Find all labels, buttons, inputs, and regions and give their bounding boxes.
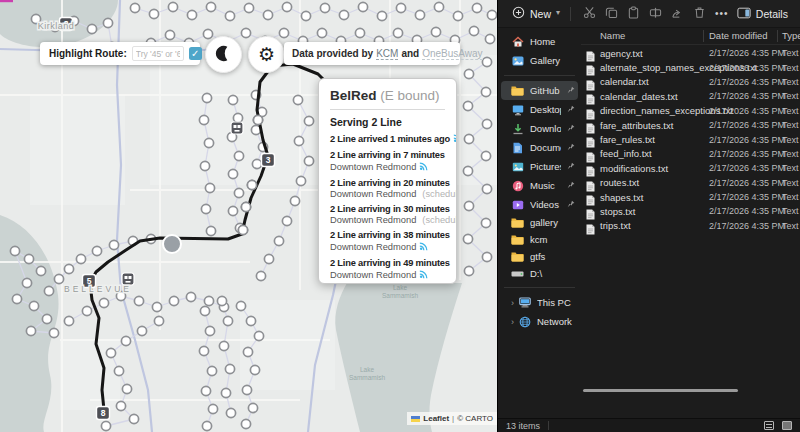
map-stop[interactable]: [481, 218, 490, 227]
map-stop[interactable]: [253, 115, 262, 124]
map-stop[interactable]: [208, 404, 217, 413]
map-stop[interactable]: [199, 346, 208, 355]
map-stop[interactable]: [320, 3, 329, 12]
map-stop[interactable]: [202, 421, 211, 430]
map-stop[interactable]: [26, 326, 35, 335]
highlight-checkbox[interactable]: ✓: [189, 47, 202, 60]
map-stop[interactable]: [434, 2, 443, 11]
file-row[interactable]: agency.txt2/17/2026 4:35 PMText Document: [581, 46, 800, 60]
map-stop[interactable]: [248, 403, 257, 412]
map-stop[interactable]: [482, 184, 491, 193]
map-stop[interactable]: [42, 314, 51, 323]
route-badge[interactable]: 3: [262, 154, 275, 167]
map-stop[interactable]: [200, 306, 209, 315]
map-stop[interactable]: [225, 364, 234, 373]
map-stop[interactable]: [481, 151, 490, 160]
map-stop[interactable]: [431, 27, 440, 36]
map-stop[interactable]: [223, 316, 232, 325]
settings-button[interactable]: ⚙: [248, 36, 285, 73]
map-stop[interactable]: [355, 28, 364, 37]
map-stop[interactable]: [244, 3, 253, 12]
map-stop[interactable]: [226, 408, 235, 417]
map-stop[interactable]: [106, 348, 115, 357]
map-stop[interactable]: [256, 271, 265, 280]
map-stop[interactable]: [263, 10, 272, 19]
map-stop[interactable]: [225, 11, 234, 20]
carto-link[interactable]: © CARTO: [457, 414, 493, 423]
sidebar-item-documents[interactable]: Documents: [501, 138, 578, 157]
map-stop[interactable]: [264, 254, 273, 263]
new-button[interactable]: New ▾: [506, 3, 566, 24]
map-stop[interactable]: [204, 296, 213, 305]
sidebar-item-music[interactable]: Music: [501, 176, 578, 195]
map-stop[interactable]: [203, 29, 212, 38]
transit-map[interactable]: 8358KirklandBELLEVUELakeSammamishLakeSam…: [0, 0, 497, 432]
column-date-modified[interactable]: Date modified: [709, 30, 768, 41]
sidebar-item-downloads[interactable]: Downloads: [501, 119, 578, 138]
map-stop[interactable]: [200, 161, 209, 170]
map-stop[interactable]: [228, 95, 237, 104]
map-stop[interactable]: [130, 3, 139, 12]
map-stop[interactable]: [87, 24, 96, 33]
map-stop[interactable]: [304, 116, 313, 125]
copy-button[interactable]: [601, 3, 623, 25]
map-stop[interactable]: [464, 266, 473, 275]
file-row[interactable]: fare_attributes.txt2/17/2026 4:35 PMText…: [581, 118, 800, 132]
map-stop[interactable]: [121, 336, 130, 345]
map-stop[interactable]: [236, 301, 245, 310]
map-stop[interactable]: [482, 57, 491, 66]
map-stop[interactable]: [201, 204, 210, 213]
sidebar-item-d[interactable]: D:\: [501, 265, 578, 282]
map-stop[interactable]: [463, 101, 472, 110]
map-stop[interactable]: [109, 240, 118, 249]
map-stop[interactable]: [228, 169, 237, 178]
map-stop[interactable]: [317, 28, 326, 37]
route-search-input[interactable]: [132, 46, 184, 61]
bus-stop-icon[interactable]: [231, 122, 243, 134]
sidebar-item-github[interactable]: GitHub: [501, 81, 578, 100]
file-row[interactable]: modifications.txt2/17/2026 4:35 PMText D…: [581, 161, 800, 175]
map-stop[interactable]: [149, 9, 158, 18]
map-stop[interactable]: [234, 188, 243, 197]
sidebar-item-gallery[interactable]: Gallery: [501, 51, 578, 70]
map-stop[interactable]: [233, 113, 242, 122]
delete-button[interactable]: [689, 3, 711, 25]
cut-button[interactable]: [579, 3, 601, 25]
map-stop[interactable]: [228, 206, 237, 215]
file-row[interactable]: stops.txt2/17/2026 4:35 PMText Document: [581, 204, 800, 218]
details-button[interactable]: Details: [733, 4, 792, 24]
map-stop[interactable]: [282, 2, 291, 11]
map-stop[interactable]: [415, 10, 424, 19]
map-stop[interactable]: [246, 316, 255, 325]
map-stop[interactable]: [169, 296, 178, 305]
map-stop[interactable]: [201, 386, 210, 395]
map-stop[interactable]: [453, 11, 462, 20]
map-stop[interactable]: [252, 159, 261, 168]
vehicle-marker[interactable]: [163, 235, 181, 253]
sidebar-item-videos[interactable]: Videos: [501, 195, 578, 214]
share-button[interactable]: [667, 3, 689, 25]
route-badge[interactable]: 8: [97, 407, 110, 420]
map-stop[interactable]: [221, 388, 230, 397]
file-row[interactable]: calendar.txt2/17/2026 4:35 PMText Docume…: [581, 75, 800, 89]
map-stop[interactable]: [469, 26, 478, 35]
kcm-link[interactable]: KCM: [376, 48, 398, 60]
map-stop[interactable]: [243, 347, 252, 356]
sidebar-item-thispc[interactable]: ›This PC: [501, 293, 578, 312]
sidebar-item-gtfs[interactable]: gtfs: [501, 248, 578, 265]
map-stop[interactable]: [204, 138, 213, 147]
map-stop[interactable]: [103, 18, 112, 27]
map-stop[interactable]: [234, 151, 243, 160]
map-stop[interactable]: [464, 201, 473, 210]
list-view-toggle-icon[interactable]: [764, 421, 774, 430]
file-row[interactable]: direction_names_exceptions.txt2/17/2026 …: [581, 104, 800, 118]
map-stop[interactable]: [482, 252, 491, 261]
map-stop[interactable]: [54, 274, 63, 283]
map-stop[interactable]: [76, 254, 85, 263]
map-stop[interactable]: [165, 30, 174, 39]
more-options-button[interactable]: •••: [711, 3, 733, 25]
map-stop[interactable]: [152, 302, 161, 311]
map-stop[interactable]: [301, 11, 310, 20]
map-stop[interactable]: [134, 296, 143, 305]
map-stop[interactable]: [24, 254, 33, 263]
